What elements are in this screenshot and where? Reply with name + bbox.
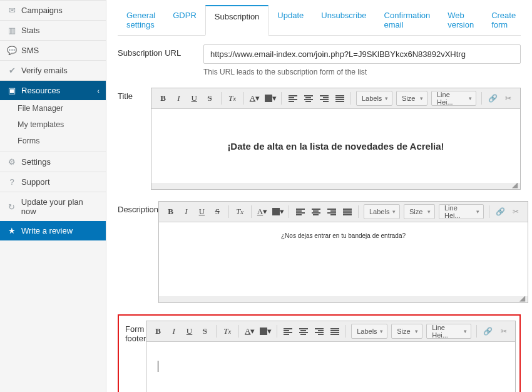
labels-dropdown[interactable]: Labels▾ bbox=[351, 324, 387, 339]
sidebar-item-settings[interactable]: ⚙ Settings bbox=[0, 152, 106, 172]
separator bbox=[289, 205, 289, 218]
title-label: Title bbox=[118, 88, 151, 190]
separator bbox=[345, 325, 346, 338]
strike-button[interactable]: S bbox=[202, 91, 218, 106]
underline-button[interactable]: U bbox=[182, 324, 197, 339]
tab-create[interactable]: Create form bbox=[483, 5, 524, 35]
description-editor-body[interactable]: ¿Nos dejas entrar en tu bandeja de entra… bbox=[159, 222, 528, 296]
description-editor: B I U S Tx A▾ ▾ bbox=[158, 201, 528, 303]
clear-format-button[interactable]: Tx bbox=[220, 324, 235, 339]
sidebar-sub-templates[interactable]: My templates bbox=[0, 116, 106, 133]
underline-button[interactable]: U bbox=[187, 91, 202, 106]
bold-button[interactable]: B bbox=[163, 204, 178, 219]
bg-color-button[interactable]: ▾ bbox=[270, 204, 285, 219]
form-footer-highlight: Form footer B I U S Tx A▾ ▾ bbox=[118, 314, 521, 392]
text-color-button[interactable]: A▾ bbox=[247, 91, 263, 106]
lineheight-dropdown[interactable]: Line Hei...▾ bbox=[426, 324, 471, 339]
separator bbox=[489, 205, 489, 218]
align-right-button[interactable] bbox=[311, 324, 327, 339]
align-justify-button[interactable] bbox=[332, 91, 347, 106]
size-dropdown[interactable]: Size▾ bbox=[391, 324, 422, 339]
bold-button[interactable]: B bbox=[155, 91, 171, 106]
sidebar-label: Settings bbox=[21, 157, 51, 167]
tab-web[interactable]: Web version bbox=[439, 5, 483, 35]
italic-button[interactable]: I bbox=[166, 324, 182, 339]
title-editor-body[interactable]: ¡Date de alta en la lista de novedades d… bbox=[151, 109, 520, 183]
align-justify-button[interactable] bbox=[339, 204, 355, 219]
underline-button[interactable]: U bbox=[194, 204, 210, 219]
align-center-button[interactable] bbox=[308, 204, 324, 219]
envelope-icon: ✉ bbox=[6, 6, 18, 15]
subscription-url-input[interactable] bbox=[203, 44, 521, 64]
strike-button[interactable]: S bbox=[210, 204, 225, 219]
footer-label: Form footer bbox=[125, 321, 146, 392]
link-button[interactable]: 🔗 bbox=[480, 324, 496, 339]
url-label: Subscription URL bbox=[118, 44, 203, 76]
sidebar-item-sms[interactable]: 💬 SMS bbox=[0, 40, 106, 60]
tab-general[interactable]: General settings bbox=[118, 5, 164, 35]
separator bbox=[350, 92, 351, 105]
lineheight-dropdown[interactable]: Line Hei...▾ bbox=[431, 91, 476, 106]
align-right-button[interactable] bbox=[324, 204, 339, 219]
labels-dropdown[interactable]: Labels▾ bbox=[364, 204, 400, 219]
separator bbox=[277, 325, 277, 338]
align-center-button[interactable] bbox=[300, 91, 316, 106]
sidebar-sub-forms[interactable]: Forms bbox=[0, 133, 106, 149]
tab-gdpr[interactable]: GDPR bbox=[164, 5, 205, 35]
text-color-button[interactable]: A▾ bbox=[255, 204, 270, 219]
tab-confirmation[interactable]: Confirmation email bbox=[376, 5, 439, 35]
description-label: Description bbox=[118, 201, 158, 303]
strike-button[interactable]: S bbox=[197, 324, 213, 339]
labels-dropdown[interactable]: Labels▾ bbox=[356, 91, 392, 106]
bold-button[interactable]: B bbox=[150, 324, 166, 339]
align-right-button[interactable] bbox=[316, 91, 332, 106]
align-center-button[interactable] bbox=[295, 324, 311, 339]
align-justify-button[interactable] bbox=[327, 324, 342, 339]
chart-icon: ▥ bbox=[6, 26, 18, 35]
sidebar-item-stats[interactable]: ▥ Stats bbox=[0, 20, 106, 40]
separator bbox=[481, 92, 482, 105]
size-dropdown[interactable]: Size▾ bbox=[404, 204, 435, 219]
bg-color-button[interactable]: ▾ bbox=[258, 324, 274, 339]
gear-icon: ⚙ bbox=[6, 157, 18, 167]
tab-update[interactable]: Update bbox=[269, 5, 312, 35]
link-button[interactable]: 🔗 bbox=[493, 204, 508, 219]
size-dropdown[interactable]: Size▾ bbox=[396, 91, 427, 106]
image-icon: ▣ bbox=[6, 86, 18, 95]
resize-handle[interactable]: ◢ bbox=[151, 183, 520, 189]
separator bbox=[221, 92, 222, 105]
unlink-button[interactable]: ✂ bbox=[501, 91, 516, 106]
clear-format-button[interactable]: Tx bbox=[225, 91, 240, 106]
sidebar-item-review[interactable]: ★ Write a review bbox=[0, 221, 106, 240]
bg-color-button[interactable]: ▾ bbox=[262, 91, 278, 106]
italic-button[interactable]: I bbox=[171, 91, 187, 106]
editor-toolbar: B I U S Tx A▾ ▾ bbox=[159, 202, 528, 222]
separator bbox=[228, 205, 229, 218]
separator bbox=[216, 325, 217, 338]
unlink-button[interactable]: ✂ bbox=[508, 204, 524, 219]
resize-handle[interactable]: ◢ bbox=[159, 296, 528, 302]
sidebar-item-resources[interactable]: ▣ Resources ‹ bbox=[0, 80, 106, 100]
sidebar-sub-filemanager[interactable]: File Manager bbox=[0, 100, 106, 116]
link-button[interactable]: 🔗 bbox=[485, 91, 501, 106]
separator bbox=[358, 205, 359, 218]
align-left-button[interactable] bbox=[292, 204, 308, 219]
sidebar-item-update-plan[interactable]: ↻ Update your plan now bbox=[0, 192, 106, 221]
tab-subscription[interactable]: Subscription bbox=[205, 5, 269, 36]
align-left-button[interactable] bbox=[280, 324, 296, 339]
unlink-button[interactable]: ✂ bbox=[496, 324, 511, 339]
lineheight-dropdown[interactable]: Line Hei...▾ bbox=[439, 204, 484, 219]
text-color-button[interactable]: A▾ bbox=[242, 324, 258, 339]
tab-unsubscribe[interactable]: Unsubscribe bbox=[312, 5, 375, 35]
star-icon: ★ bbox=[6, 226, 18, 235]
italic-button[interactable]: I bbox=[178, 204, 194, 219]
main-content: General settings GDPR Subscription Updat… bbox=[106, 0, 532, 392]
align-left-button[interactable] bbox=[285, 91, 300, 106]
sidebar-item-campaigns[interactable]: ✉ Campaigns bbox=[0, 0, 106, 20]
clear-format-button[interactable]: Tx bbox=[232, 204, 248, 219]
sidebar-item-verify[interactable]: ✔ Verify emails bbox=[0, 60, 106, 80]
sidebar-label: Verify emails bbox=[21, 66, 68, 75]
footer-editor-body[interactable] bbox=[146, 342, 515, 392]
sidebar-item-support[interactable]: ? Support bbox=[0, 172, 106, 192]
sidebar: ✉ Campaigns ▥ Stats 💬 SMS ✔ Verify email… bbox=[0, 0, 106, 392]
